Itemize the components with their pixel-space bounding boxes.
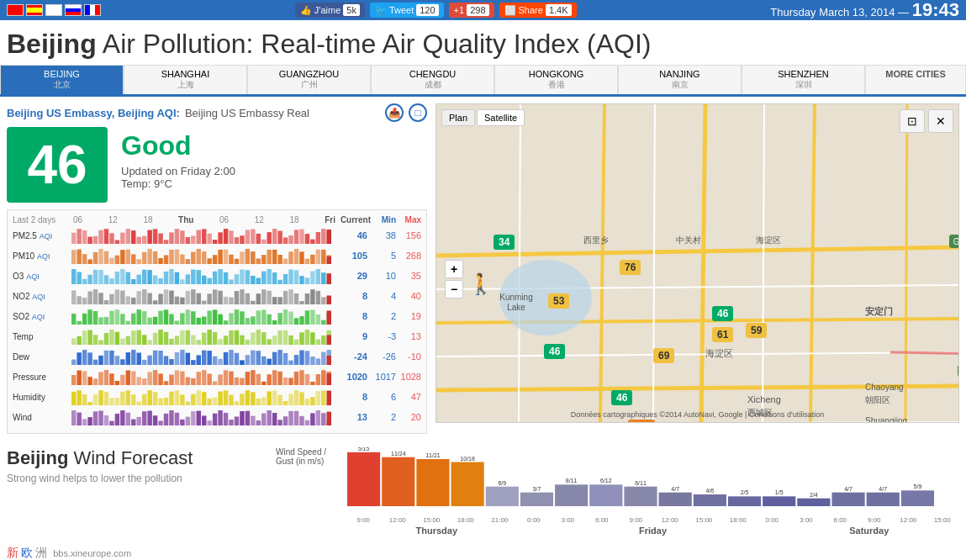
city-tab-guangzhou[interactable]: GUANGZHOU 广州 [247, 65, 371, 94]
map-controls: Plan Satellite [441, 109, 525, 126]
aqi-status: Good [121, 130, 235, 161]
chart-row-so2: SO2 AQI8219 [13, 307, 421, 325]
social-buttons: 👍 J'aime 5k 🐦 Tweet 120 +1 298 ⬜ Share 1… [295, 3, 577, 18]
wind-chart-area: 9:0012:0015:0018:0021:000:003:006:009:00… [346, 447, 959, 536]
aqi-marker-102[interactable]: 102 [628, 420, 655, 423]
wind-day-labels: ThursdayFridaySaturday [346, 526, 959, 536]
map-container[interactable]: Kunming Lake G110 G45 G105 G108 G107 G03… [435, 103, 959, 423]
twitter-btn[interactable]: 🐦 Tweet 120 [370, 3, 444, 18]
map-fullscreen-icon[interactable]: ⊡ [900, 109, 925, 133]
col-current: Current [337, 215, 371, 225]
city-tab-hongkong[interactable]: HONGKONG 香港 [494, 65, 618, 94]
chart-row-temp: Temp 9-313 [13, 327, 421, 346]
aqi-marker-46b[interactable]: 46 [544, 344, 565, 359]
chart-row-dew: Dew -24-26-10 [13, 347, 421, 366]
svg-text:Chaoyang: Chaoyang [865, 383, 904, 392]
page-title-bar: Beijing Air Pollution: Real-time Air Qua… [0, 20, 966, 65]
svg-text:Xicheng: Xicheng [747, 394, 781, 404]
aqi-marker-61[interactable]: 61 [712, 327, 733, 342]
map-panel: Kunming Lake G110 G45 G105 G108 G107 G03… [435, 103, 959, 434]
aqi-marker-53[interactable]: 53 [548, 293, 569, 309]
wind-chart-canvas [346, 447, 935, 515]
flag-russia[interactable] [65, 4, 82, 16]
city-tab-chengdu[interactable]: CHENGDU 成都 [371, 65, 494, 94]
city-tab-more[interactable]: MORE CITIES [865, 65, 966, 94]
city-tab-shanghai[interactable]: SHANGHAI 上海 [124, 65, 247, 94]
chart-row-pressure: Pressure 102010171028 [13, 367, 421, 386]
svg-text:朝阳区: 朝阳区 [865, 395, 890, 404]
zoom-out-btn[interactable]: − [445, 280, 463, 298]
aqi-header-icons: 📤 □ [385, 103, 427, 122]
city-tab-nanjing[interactable]: NANJING 南京 [618, 65, 742, 94]
map-plan-btn[interactable]: Plan [441, 109, 475, 126]
svg-text:西里乡: 西里乡 [583, 235, 609, 245]
flag-spain[interactable] [26, 4, 43, 16]
share-icon[interactable]: 📤 [385, 103, 404, 122]
wind-day-saturday: Saturday [779, 526, 959, 536]
wind-day-thursday: Thursday [346, 526, 526, 536]
chart-row-wind: Wind 13220 [13, 408, 421, 426]
map-close-icon[interactable]: ✕ [928, 109, 953, 133]
chart-row-pm2.5: PM2.5 AQI4638156 [13, 226, 421, 245]
wind-section: Beijing Wind Forecast Strong wind helps … [0, 441, 966, 542]
svg-text:Kunming: Kunming [499, 293, 532, 302]
top-bar: 👍 J'aime 5k 🐦 Tweet 120 +1 298 ⬜ Share 1… [0, 0, 966, 20]
aqi-value: 46 [7, 127, 108, 203]
map-svg: Kunming Lake G110 G45 G105 G108 G107 G03… [436, 104, 958, 422]
flag-korea[interactable] [45, 4, 62, 16]
aqi-marker-59[interactable]: 59 [746, 323, 767, 338]
chart-area: Last 2 days 06 12 18 Thu 06 12 18 Fri Cu… [7, 209, 427, 434]
zoom-in-btn[interactable]: + [445, 260, 463, 278]
chart-bar-no2 [71, 288, 332, 304]
col-max: Max [396, 215, 421, 225]
map-copyright: Données cartographiques ©2014 AutoNavi, … [571, 410, 824, 419]
svg-rect-23 [958, 365, 958, 377]
aqi-marker-46a[interactable]: 46 [712, 306, 733, 321]
left-panel: Beijing US Embassy, Beijing AQI: Beijing… [7, 103, 427, 434]
flag-china[interactable] [7, 4, 24, 16]
svg-text:海淀区: 海淀区 [756, 235, 781, 245]
gplus-btn[interactable]: +1 298 [449, 3, 494, 18]
map-satellite-btn[interactable]: Satellite [477, 109, 525, 126]
chart-bar-pm2.5 [71, 227, 332, 244]
bottom-logo: 新 欧 洲 bbs.xineurope.com [0, 542, 966, 560]
map-background: Kunming Lake G110 G45 G105 G108 G107 G03… [436, 104, 958, 422]
map-zoom-controls: + − [445, 260, 463, 298]
chart-row-humidity: Humidity 8647 [13, 388, 421, 406]
chart-row-pm10: PM10 AQI1055268 [13, 246, 421, 265]
svg-text:Lake: Lake [507, 303, 525, 312]
svg-rect-0 [436, 104, 958, 422]
street-view-icon[interactable]: 🚶 [468, 272, 494, 296]
chart-row-o3: O3 AQI291035 [13, 267, 421, 285]
chart-bar-dew [71, 348, 332, 365]
aqi-marker-34[interactable]: 34 [494, 235, 515, 250]
expand-icon[interactable]: □ [409, 103, 427, 122]
wind-speed-label: Wind Speed / Gust (in m/s) [276, 447, 326, 466]
flag-france[interactable] [84, 4, 101, 16]
chart-bar-humidity [71, 388, 332, 405]
facebook-btn[interactable]: 👍 J'aime 5k [295, 3, 365, 18]
col-min: Min [371, 215, 396, 225]
chart-bar-pressure [71, 368, 332, 385]
map-top-right-controls: ⊡ ✕ [900, 109, 953, 133]
svg-line-9 [905, 104, 907, 422]
datetime-display: Thursday March 13, 2014 — 19:43 [770, 0, 959, 21]
aqi-marker-46c[interactable]: 46 [611, 390, 632, 405]
aqi-header: Beijing US Embassy, Beijing AQI: Beijing… [7, 103, 427, 122]
city-tab-beijing[interactable]: BEIJING 北京 [0, 65, 124, 94]
aqi-temp: Temp: 9°C [121, 177, 235, 190]
svg-text:G110: G110 [953, 237, 958, 246]
svg-text:安定门: 安定门 [864, 306, 893, 316]
svg-text:海淀区: 海淀区 [705, 348, 733, 358]
city-tab-shenzhen[interactable]: SHENZHEN 深圳 [742, 65, 865, 94]
wind-title: Beijing Wind Forecast [7, 447, 259, 469]
share-btn[interactable]: ⬜ Share 1.4K [499, 3, 577, 18]
chart-bar-so2 [71, 308, 332, 325]
aqi-marker-69[interactable]: 69 [653, 348, 674, 363]
svg-text:中关村: 中关村 [676, 235, 701, 245]
page-title: Beijing Air Pollution: Real-time Air Qua… [7, 29, 959, 60]
chart-bar-temp [71, 328, 332, 345]
chart-row-no2: NO2 AQI8440 [13, 287, 421, 305]
aqi-marker-76[interactable]: 76 [620, 260, 641, 275]
main-content: Beijing US Embassy, Beijing AQI: Beijing… [0, 103, 966, 434]
